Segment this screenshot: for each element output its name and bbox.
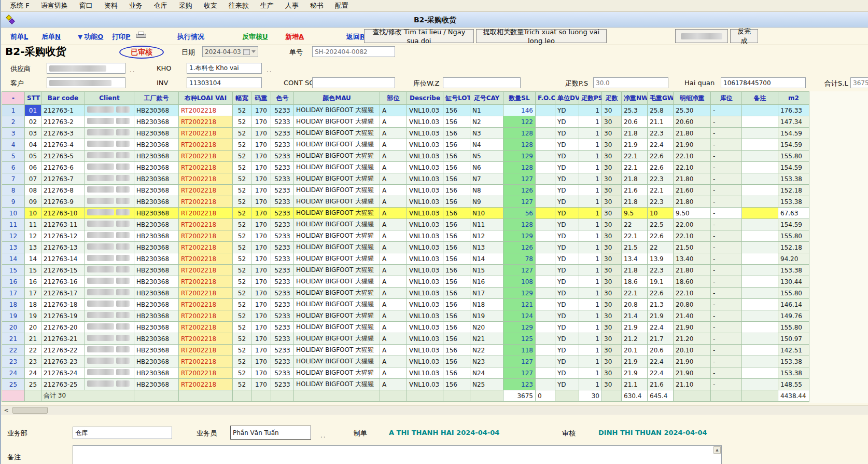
cell-colorno[interactable]: 5233: [271, 322, 294, 333]
cell-cay[interactable]: N15: [470, 265, 503, 276]
cell-note[interactable]: [742, 219, 778, 230]
cell-width[interactable]: 52: [233, 322, 251, 333]
cell-num[interactable]: 10: [2, 208, 25, 219]
cell-colorno[interactable]: 5233: [271, 367, 294, 379]
cell-color[interactable]: HOLIDAY BIGFOOT 大猩猩: [294, 345, 380, 356]
cell-m2[interactable]: 147.34: [778, 116, 809, 128]
kho-lookup-button[interactable]: ..: [267, 66, 273, 74]
cell-part[interactable]: A: [380, 345, 407, 356]
cell-factory[interactable]: HB230368: [134, 196, 179, 208]
cell-nw[interactable]: 13.4: [622, 253, 648, 265]
cell-note[interactable]: [742, 265, 778, 276]
cell-gw[interactable]: 19.1: [648, 276, 674, 288]
toolbar-link[interactable]: 后单N: [41, 32, 61, 42]
cell-client[interactable]: [85, 242, 134, 253]
cell-width[interactable]: 52: [233, 162, 251, 173]
cell-dnw[interactable]: 18.60: [674, 276, 711, 288]
cell-loc[interactable]: -: [711, 288, 742, 299]
cell-mweight[interactable]: 170: [251, 310, 271, 322]
cell-color[interactable]: HOLIDAY BIGFOOT 大猩猩: [294, 288, 380, 299]
cell-m2[interactable]: 149.76: [778, 310, 809, 322]
cell-describe[interactable]: VNL10.03: [407, 379, 443, 390]
cell-num[interactable]: 11: [2, 219, 25, 230]
cell-barcode[interactable]: 212763-24: [41, 367, 85, 379]
cell-sl[interactable]: 122: [503, 116, 536, 128]
cell-mweight[interactable]: 170: [251, 253, 271, 265]
cell-part[interactable]: A: [380, 310, 407, 322]
cell-color[interactable]: HOLIDAY BIGFOOT 大猩猩: [294, 379, 380, 390]
scroll-up-icon[interactable]: ▲: [713, 446, 721, 454]
cell-lot[interactable]: 156: [443, 242, 470, 253]
cell-pcs[interactable]: 30: [602, 139, 622, 151]
cell-num[interactable]: 24: [2, 367, 25, 379]
cell-gw[interactable]: 22.5: [648, 219, 674, 230]
cell-num[interactable]: 13: [2, 242, 25, 253]
cell-part[interactable]: A: [380, 185, 407, 196]
cell-sl[interactable]: 127: [503, 265, 536, 276]
cell-fabric[interactable]: RT2002218: [179, 367, 233, 379]
cell-loc[interactable]: -: [711, 265, 742, 276]
cell-loc[interactable]: -: [711, 253, 742, 265]
cell-dnw[interactable]: 22.00: [674, 219, 711, 230]
cell-cay[interactable]: N21: [470, 333, 503, 345]
cell-colorno[interactable]: 5233: [271, 379, 294, 390]
cell-colorno[interactable]: 5233: [271, 299, 294, 310]
inv-input[interactable]: 11303104: [187, 77, 262, 88]
cell-gw[interactable]: 21.7: [648, 333, 674, 345]
cell-colorno[interactable]: 5233: [271, 288, 294, 299]
cell-pcs[interactable]: 30: [602, 265, 622, 276]
cell-mweight[interactable]: 170: [251, 265, 271, 276]
cell-note[interactable]: [742, 253, 778, 265]
cell-width[interactable]: 52: [233, 367, 251, 379]
cell-num[interactable]: 4: [2, 139, 25, 151]
kho-input[interactable]: 1.布料仓 Kho vai: [187, 63, 262, 74]
horizontal-scrollbar[interactable]: <: [1, 405, 868, 415]
cell-unit[interactable]: YD: [555, 208, 579, 219]
table-row[interactable]: 1414212763-14HB230368RT2002218521705233H…: [2, 253, 809, 265]
cell-dnw[interactable]: 13.40: [674, 253, 711, 265]
cell-barcode[interactable]: 212763-21: [41, 333, 85, 345]
cell-gw[interactable]: 22.6: [648, 162, 674, 173]
cell-lot[interactable]: 156: [443, 253, 470, 265]
cell-num[interactable]: 15: [2, 265, 25, 276]
cell-dnw[interactable]: 21.10: [674, 379, 711, 390]
cell-gw[interactable]: 10: [648, 208, 674, 219]
cell-stt[interactable]: 13: [25, 242, 41, 253]
cell-sl[interactable]: 123: [503, 379, 536, 390]
cell-barcode[interactable]: 212763-10: [41, 208, 85, 219]
cell-num[interactable]: 21: [2, 333, 25, 345]
cell-note[interactable]: [742, 116, 778, 128]
cell-client[interactable]: [85, 333, 134, 345]
cell-width[interactable]: 52: [233, 208, 251, 219]
cell-fabric[interactable]: RT2002218: [179, 253, 233, 265]
cell-mweight[interactable]: 170: [251, 116, 271, 128]
kuwei-input[interactable]: [443, 77, 521, 88]
cell-foc[interactable]: [536, 345, 555, 356]
cell-fabric[interactable]: RT2002218: [179, 219, 233, 230]
cell-cay[interactable]: N11: [470, 219, 503, 230]
cell-ps[interactable]: 1: [579, 379, 602, 390]
cell-color[interactable]: HOLIDAY BIGFOOT 大猩猩: [294, 299, 380, 310]
cell-width[interactable]: 52: [233, 276, 251, 288]
cell-lot[interactable]: 156: [443, 105, 470, 116]
cell-mweight[interactable]: 170: [251, 333, 271, 345]
cell-nw[interactable]: 20.1: [622, 345, 648, 356]
cell-client[interactable]: [85, 379, 134, 390]
cell-color[interactable]: HOLIDAY BIGFOOT 大猩猩: [294, 105, 380, 116]
cell-gw[interactable]: 22.6: [648, 288, 674, 299]
cell-factory[interactable]: HB230368: [134, 367, 179, 379]
cell-width[interactable]: 52: [233, 139, 251, 151]
cell-width[interactable]: 52: [233, 288, 251, 299]
cell-factory[interactable]: HB230368: [134, 333, 179, 345]
cell-sl[interactable]: 128: [503, 128, 536, 139]
cell-dnw[interactable]: 21.90: [674, 367, 711, 379]
cell-pcs[interactable]: 30: [602, 151, 622, 162]
cell-part[interactable]: A: [380, 139, 407, 151]
cell-unit[interactable]: YD: [555, 219, 579, 230]
cell-lot[interactable]: 156: [443, 116, 470, 128]
dept-input[interactable]: 仓库: [73, 427, 172, 439]
cell-unit[interactable]: YD: [555, 333, 579, 345]
cell-unit[interactable]: YD: [555, 310, 579, 322]
cell-nw[interactable]: 21.6: [622, 185, 648, 196]
cell-loc[interactable]: -: [711, 379, 742, 390]
